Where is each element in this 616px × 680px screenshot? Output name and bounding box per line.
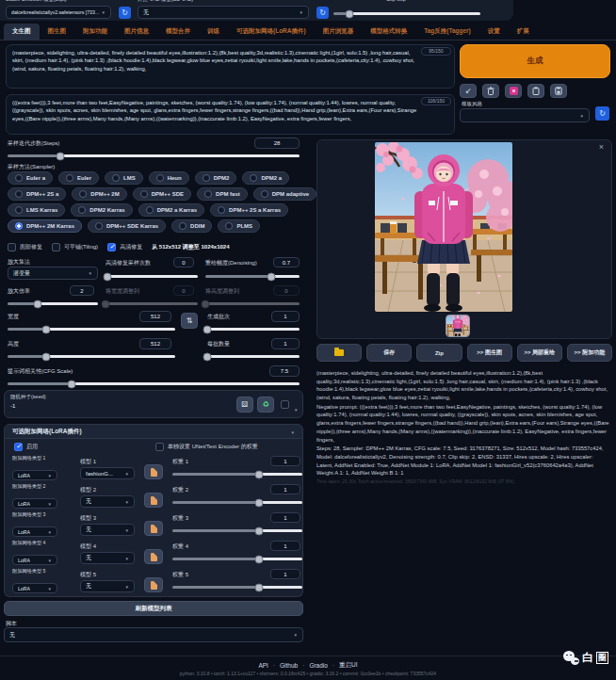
additional-networks-accordion[interactable]: 可选附加网络(LoRA插件) <box>4 424 303 439</box>
lora-enable-checkbox[interactable] <box>14 443 23 451</box>
steps-input[interactable]: 28 <box>254 138 300 149</box>
footer-link-gradio[interactable]: Gradio <box>309 662 328 669</box>
upscale-by-input[interactable]: 2 <box>70 285 94 296</box>
height-input[interactable]: 512 <box>139 338 171 349</box>
sampler-option[interactable]: DPM adaptive <box>253 187 316 201</box>
slider-handle[interactable] <box>102 300 110 308</box>
upscaler-dropdown[interactable]: 潜变量 <box>8 267 98 280</box>
lora-model-info-button[interactable] <box>144 493 163 508</box>
lora-model-dropdown[interactable]: 无 <box>80 495 135 508</box>
slider-handle[interactable] <box>255 470 264 478</box>
resize-height-input[interactable]: 0 <box>273 285 300 296</box>
sampler-option[interactable]: Euler a <box>8 171 53 185</box>
lora-weight-slider[interactable] <box>172 473 302 476</box>
vae-dropdown[interactable]: 无 <box>138 6 309 19</box>
style-dropdown[interactable] <box>460 108 590 122</box>
tab-train[interactable]: 训练 <box>199 24 228 40</box>
lora-type-dropdown[interactable]: LoRA <box>12 498 57 509</box>
model-dropdown[interactable]: dalceforealistictallyv2.safetensors [733… <box>6 6 111 19</box>
lora-type-dropdown[interactable]: LoRA <box>12 583 57 593</box>
batch-count-input[interactable]: 1 <box>271 311 300 322</box>
resize-width-input[interactable]: 0 <box>173 285 194 296</box>
lora-model-dropdown[interactable]: 无 <box>80 524 135 536</box>
sampler-option[interactable]: DPM2 <box>195 171 237 185</box>
sampler-option[interactable]: DPM++ 2M <box>72 187 126 201</box>
random-seed-button[interactable]: ⚄ <box>236 397 253 413</box>
slider-handle[interactable] <box>255 498 264 507</box>
sampler-option[interactable]: Heun <box>149 171 189 185</box>
sampler-option[interactable]: Euler <box>58 171 99 185</box>
lora-model-info-button[interactable] <box>144 549 163 564</box>
resize-height-slider[interactable] <box>205 302 300 305</box>
lora-type-dropdown[interactable]: LoRA <box>12 470 57 480</box>
lora-model-info-button[interactable] <box>144 464 163 479</box>
tab-png-info[interactable]: 图片信息 <box>116 24 157 40</box>
send-to-extras-button[interactable]: >> 附加功能 <box>567 344 612 362</box>
lora-model-dropdown[interactable]: 无 <box>80 580 135 592</box>
sampler-option[interactable]: PLMS <box>218 219 260 233</box>
sampler-option[interactable]: DDIM <box>171 219 212 233</box>
refresh-model-list-button[interactable]: 刷新模型列表 <box>4 601 303 616</box>
script-dropdown[interactable]: 无 <box>4 627 303 642</box>
slider-handle[interactable] <box>203 352 212 361</box>
lora-type-dropdown[interactable]: LoRA <box>12 555 57 565</box>
slider-handle[interactable] <box>255 526 264 535</box>
seed-input[interactable]: -1 <box>10 403 15 409</box>
tab-checkpoint-merger[interactable]: 模型合并 <box>157 24 199 40</box>
lora-model-info-button[interactable] <box>144 577 163 592</box>
slider-handle[interactable] <box>41 352 50 361</box>
slider-handle[interactable] <box>56 152 64 160</box>
gallery-thumbnail[interactable] <box>446 315 470 337</box>
seed-extra-checkbox[interactable] <box>281 400 289 409</box>
negative-prompt-textarea[interactable]: 106/150 (((extra feet))),3 feet,more tha… <box>6 94 455 135</box>
lora-type-dropdown[interactable]: LoRA <box>12 526 57 537</box>
slider-handle[interactable] <box>41 325 50 333</box>
paste-params-button[interactable]: ↙ <box>460 84 477 98</box>
sampler-option[interactable]: DPM2 Karras <box>71 203 132 217</box>
tab-settings[interactable]: 设置 <box>479 24 509 40</box>
width-slider[interactable] <box>8 328 175 331</box>
height-slider[interactable] <box>8 355 175 358</box>
refresh-models-button[interactable]: ↻ <box>119 7 131 19</box>
resize-width-slider[interactable] <box>105 302 198 305</box>
hires-steps-slider[interactable] <box>105 275 198 278</box>
sampler-option[interactable]: DPM++ 2S a <box>8 187 66 201</box>
slider-handle[interactable] <box>68 380 76 388</box>
slider-handle[interactable] <box>267 272 276 281</box>
open-folder-button[interactable] <box>316 344 362 362</box>
close-icon[interactable]: × <box>599 142 604 152</box>
hires-fix-checkbox[interactable] <box>107 243 116 251</box>
denoising-slider[interactable] <box>205 275 300 278</box>
footer-link-api[interactable]: API <box>258 662 267 669</box>
lora-weight-input[interactable]: 1 <box>270 484 300 494</box>
denoising-input[interactable]: 0.7 <box>273 257 300 267</box>
clear-prompt-button[interactable] <box>482 84 499 98</box>
positive-prompt-textarea[interactable]: 95/150 (masterpiece, sidelighting, ultra… <box>6 44 455 89</box>
steps-slider[interactable] <box>8 154 300 157</box>
extra-networks-button[interactable] <box>505 84 522 98</box>
generate-button[interactable]: 生成 <box>460 44 610 78</box>
lora-weight-slider[interactable] <box>172 558 302 560</box>
lora-weight-slider[interactable] <box>172 529 302 532</box>
slider-handle[interactable] <box>203 325 212 333</box>
tab-txt2img[interactable]: 文生图 <box>4 24 40 40</box>
sampler-option[interactable]: DPM++ SDE <box>133 187 191 201</box>
footer-link-reload-ui[interactable]: 重启UI <box>339 661 358 670</box>
lora-model-dropdown[interactable]: 无 <box>80 552 135 564</box>
refresh-vae-button[interactable]: ↻ <box>316 7 329 19</box>
batch-size-input[interactable]: 1 <box>271 338 300 349</box>
lora-weight-slider[interactable] <box>172 586 302 589</box>
swap-dimensions-button[interactable]: ⇅ <box>181 313 198 329</box>
sampler-option[interactable]: DPM++ 2S a Karras <box>210 203 288 217</box>
batch-size-slider[interactable] <box>207 355 300 358</box>
sampler-option-selected[interactable]: DPM++ 2M Karras <box>8 219 82 233</box>
lora-weight-slider[interactable] <box>172 501 302 504</box>
lora-weight-input[interactable]: 1 <box>270 456 300 466</box>
upscale-by-slider[interactable] <box>8 302 98 305</box>
reuse-seed-button[interactable]: ♻ <box>257 397 274 413</box>
lora-weight-input[interactable]: 1 <box>270 541 300 551</box>
sampler-option[interactable]: LMS Karras <box>8 203 65 217</box>
tiling-checkbox[interactable] <box>52 243 60 251</box>
tab-image-browser[interactable]: 图片浏览器 <box>315 24 363 40</box>
width-input[interactable]: 512 <box>139 311 171 322</box>
